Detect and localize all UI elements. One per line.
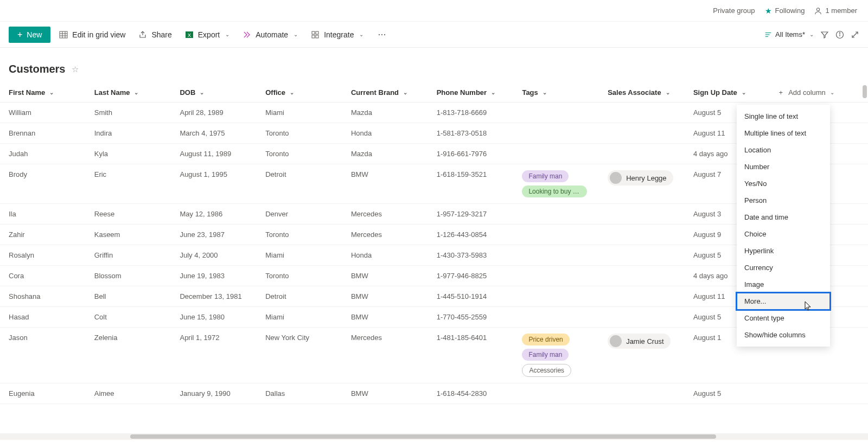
expand-icon[interactable]: [851, 30, 859, 39]
filter-icon[interactable]: [820, 30, 829, 39]
cell: BMW: [342, 286, 428, 307]
column-header-label: DOB: [180, 88, 195, 97]
cell: Brody: [0, 164, 86, 204]
edit-grid-button[interactable]: Edit in grid view: [55, 27, 130, 43]
associate-cell: [599, 103, 685, 123]
view-switcher[interactable]: All Items* ⌄: [764, 30, 814, 39]
following-text: Following: [775, 7, 805, 15]
column-header[interactable]: DOB⌄: [171, 83, 257, 103]
svg-text:X: X: [188, 33, 191, 38]
column-header-label: Tags: [522, 88, 538, 97]
column-header[interactable]: Sign Up Date⌄: [685, 83, 770, 103]
cell: 1-618-159-3521: [428, 164, 514, 204]
cell: Jason: [0, 328, 86, 383]
flow-icon: [242, 30, 251, 39]
integrate-label: Integrate: [324, 30, 354, 39]
horizontal-scrollbar[interactable]: [0, 433, 868, 438]
chevron-down-icon: ⌄: [742, 89, 746, 95]
cell: BMW: [342, 266, 428, 286]
cell: Hasad: [0, 307, 86, 328]
add-column-menu-item[interactable]: Date and time: [737, 209, 830, 226]
associate-cell: [599, 123, 685, 144]
add-column-menu-item[interactable]: Currency: [737, 259, 830, 276]
column-header[interactable]: Current Brand⌄: [342, 83, 428, 103]
cell: Detroit: [257, 164, 342, 204]
command-bar-right: All Items* ⌄: [764, 30, 859, 39]
add-column-menu-item[interactable]: Person: [737, 192, 830, 209]
add-column-menu-item[interactable]: Choice: [737, 226, 830, 242]
tags-cell: [513, 286, 599, 307]
add-column-menu-item[interactable]: Location: [737, 142, 830, 158]
chevron-down-icon: ⌄: [359, 31, 363, 37]
cell: 1-916-661-7976: [428, 144, 514, 164]
excel-icon: X: [185, 30, 194, 39]
add-column-button[interactable]: +Add column⌄: [770, 83, 868, 103]
info-icon[interactable]: [835, 30, 844, 39]
follow-toggle[interactable]: ★ Following: [765, 7, 805, 15]
avatar: [610, 172, 622, 184]
horizontal-scroll-thumb[interactable]: [130, 434, 716, 438]
export-label: Export: [198, 30, 220, 39]
cell: Eric: [86, 164, 171, 204]
add-column-menu-item[interactable]: Multiple lines of text: [737, 125, 830, 142]
group-privacy-text: Private group: [713, 7, 755, 15]
add-column-menu-item[interactable]: More...: [737, 293, 830, 310]
table-row[interactable]: EugeniaAimeeJanuary 9, 1990DallasBMW1-61…: [0, 383, 868, 404]
star-filled-icon: ★: [765, 7, 772, 15]
add-column-menu-item[interactable]: Hyperlink: [737, 242, 830, 259]
add-column-menu-item[interactable]: Show/hide columns: [737, 326, 830, 343]
add-column-menu-item[interactable]: Single line of text: [737, 108, 830, 125]
cell: 1-957-129-3217: [428, 204, 514, 225]
cell: June 23, 1987: [171, 225, 257, 245]
cell: Aimee: [86, 383, 171, 404]
add-column-menu[interactable]: Single line of textMultiple lines of tex…: [737, 105, 830, 347]
favorite-toggle[interactable]: ☆: [72, 65, 79, 74]
cell: Blossom: [86, 266, 171, 286]
cell: Rosalyn: [0, 245, 86, 266]
new-button[interactable]: + New: [9, 27, 50, 43]
column-header[interactable]: Last Name⌄: [86, 83, 171, 103]
associate-cell: Jamie Crust: [599, 328, 685, 383]
list-title-row: Customers ☆: [0, 48, 868, 83]
column-header[interactable]: First Name⌄: [0, 83, 86, 103]
column-header-label: First Name: [9, 88, 45, 97]
add-column-label: Add column: [788, 88, 826, 97]
cell: Toronto: [257, 266, 342, 286]
cell: Honda: [342, 123, 428, 144]
chevron-down-icon: ⌄: [134, 89, 138, 95]
column-header[interactable]: Phone Number⌄: [428, 83, 514, 103]
column-header-label: Last Name: [94, 88, 130, 97]
cell: 1-813-718-6669: [428, 103, 514, 123]
tag-pill: Accessories: [522, 364, 571, 377]
add-column-menu-item[interactable]: Yes/No: [737, 175, 830, 192]
svg-rect-11: [316, 35, 318, 38]
vertical-scrollbar[interactable]: [861, 83, 867, 438]
chevron-down-icon: ⌄: [293, 31, 298, 37]
associate-cell: [599, 204, 685, 225]
cell: Griffin: [86, 245, 171, 266]
vertical-scroll-thumb[interactable]: [863, 85, 867, 98]
cell: Detroit: [257, 286, 342, 307]
integrate-button[interactable]: Integrate ⌄: [307, 27, 368, 43]
column-header[interactable]: Tags⌄: [513, 83, 599, 103]
chevron-down-icon: ⌄: [542, 89, 547, 95]
svg-rect-10: [312, 35, 315, 38]
list-icon: [764, 31, 772, 39]
overflow-button[interactable]: ···: [372, 29, 391, 40]
share-button[interactable]: Share: [134, 27, 176, 43]
cell: Ila: [0, 204, 86, 225]
column-header[interactable]: Office⌄: [257, 83, 342, 103]
column-header[interactable]: Sales Associate⌄: [599, 83, 685, 103]
export-button[interactable]: X Export ⌄: [181, 27, 234, 43]
members-link[interactable]: 1 member: [814, 7, 857, 15]
add-column-menu-item[interactable]: Number: [737, 158, 830, 175]
automate-button[interactable]: Automate ⌄: [238, 27, 302, 43]
add-column-menu-item[interactable]: Content type: [737, 310, 830, 326]
add-column-menu-item[interactable]: Image: [737, 276, 830, 293]
cell: Honda: [342, 245, 428, 266]
command-bar: + New Edit in grid view Share X Export ⌄: [0, 22, 868, 48]
cell: Reese: [86, 204, 171, 225]
member-count-text: 1 member: [825, 7, 857, 15]
grid-icon: [59, 30, 68, 39]
page-title: Customers: [9, 63, 65, 75]
